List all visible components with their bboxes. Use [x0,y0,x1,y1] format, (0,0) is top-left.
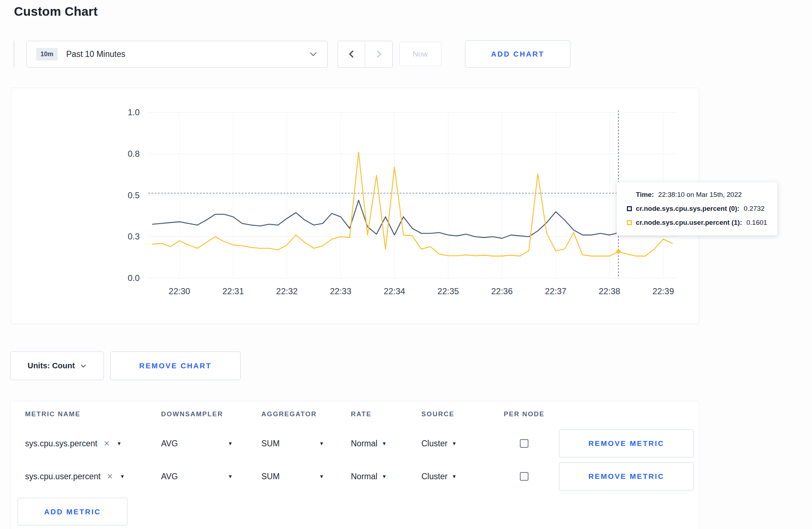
svg-text:22:39: 22:39 [652,286,674,296]
chevron-right-icon [373,49,384,59]
downsampler-value: AVG [161,439,178,448]
svg-text:0.3: 0.3 [128,232,140,241]
tooltip-time-row: Time: 22:38:10 on Mar 15th, 2022 [627,191,767,199]
prev-time-button[interactable] [338,41,365,68]
svg-text:22:34: 22:34 [384,286,405,296]
custom-chart-page: Custom Chart 10m Past 10 Minutes Now AD [0,4,812,529]
source-value: Cluster [421,439,448,448]
chevron-left-icon [346,49,357,59]
column-header-per-node: PER NODE [489,410,559,418]
time-pager [338,41,393,68]
line-chart[interactable]: 0.00.30.50.81.022:3022:3122:3222:3322:34… [11,88,699,324]
next-time-button[interactable] [365,41,393,68]
per-node-checkbox[interactable] [520,472,528,481]
svg-text:22:35: 22:35 [438,286,459,296]
source-dropdown[interactable]: Cluster▼ [421,472,457,481]
column-header-source: SOURCE [421,410,489,418]
time-window-badge: 10m [36,48,58,60]
metric-row: sys.cpu.sys.percent×▼AVG▼SUM▼Normal▼Clus… [11,427,699,460]
svg-text:0.5: 0.5 [128,190,140,200]
aggregator-dropdown[interactable]: SUM▼ [261,439,324,448]
tooltip-series-value: 0.2732 [744,205,764,213]
column-header-aggregator: AGGREGATOR [261,410,351,418]
units-dropdown[interactable]: Units: Count [10,351,104,380]
column-header-metric-name: METRIC NAME [25,410,161,418]
chart-card: 0.00.30.50.81.022:3022:3122:3222:3322:34… [11,88,699,324]
caret-down-icon: ▼ [319,474,324,479]
swatch-spacer [627,192,632,197]
svg-text:0.0: 0.0 [128,273,140,283]
metrics-table: METRIC NAMEDOWNSAMPLERAGGREGATORRATESOUR… [10,401,699,529]
remove-chart-button[interactable]: REMOVE CHART [110,351,241,380]
tooltip-series-row: cr.node.sys.cpu.user.percent (1):0.1601 [627,219,767,227]
tooltip-time-value: 22:38:10 on Mar 15th, 2022 [658,191,741,199]
rate-value: Normal [351,439,377,448]
time-window-label: Past 10 Minutes [66,49,125,59]
metric-name-label: sys.cpu.sys.percent [25,439,97,448]
source-value: Cluster [421,472,448,481]
svg-text:22:36: 22:36 [491,286,513,296]
metric-row: sys.cpu.user.percent×▼AVG▼SUM▼Normal▼Clu… [11,460,699,493]
now-button[interactable]: Now [399,42,441,66]
caret-down-icon: ▼ [120,474,125,479]
metric-name-dropdown[interactable]: sys.cpu.user.percent×▼ [25,472,125,481]
metric-name-label: sys.cpu.user.percent [25,472,101,481]
caret-down-icon: ▼ [228,441,233,446]
rate-dropdown[interactable]: Normal▼ [351,439,387,448]
metric-name-dropdown[interactable]: sys.cpu.sys.percent×▼ [25,439,122,448]
downsampler-value: AVG [161,472,178,481]
chevron-down-icon [309,49,318,59]
tooltip-series-value: 0.1601 [746,219,767,227]
series-swatch-icon [627,220,632,225]
downsampler-dropdown[interactable]: AVG▼ [161,439,233,448]
rate-value: Normal [351,472,377,481]
aggregator-value: SUM [261,472,280,481]
tooltip-series-row: cr.node.sys.cpu.sys.percent (0):0.2732 [627,205,767,213]
units-label: Units: Count [28,361,75,370]
svg-text:22:37: 22:37 [545,286,566,296]
rate-dropdown[interactable]: Normal▼ [351,472,387,481]
caret-down-icon: ▼ [382,441,387,446]
caret-down-icon: ▼ [382,474,387,479]
svg-text:22:38: 22:38 [599,286,620,296]
time-window-dropdown[interactable]: 10m Past 10 Minutes [26,41,328,68]
svg-text:22:32: 22:32 [276,286,298,296]
clear-metric-icon[interactable]: × [104,439,110,448]
series-swatch-icon [627,206,632,211]
remove-metric-button[interactable]: REMOVE METRIC [559,462,694,490]
per-node-checkbox[interactable] [520,439,528,448]
svg-text:22:31: 22:31 [222,286,244,296]
page-title: Custom Chart [14,4,812,19]
column-header-downsampler: DOWNSAMPLER [161,410,261,418]
aggregator-value: SUM [261,439,280,448]
chevron-down-icon [80,363,87,369]
add-metric-button[interactable]: ADD METRIC [18,498,127,525]
remove-metric-button[interactable]: REMOVE METRIC [559,429,694,457]
tooltip-series-name: cr.node.sys.cpu.sys.percent (0): [636,205,739,213]
aggregator-dropdown[interactable]: SUM▼ [261,472,324,481]
caret-down-icon: ▼ [452,441,457,446]
svg-text:22:33: 22:33 [330,286,352,296]
caret-down-icon: ▼ [117,441,122,446]
units-row: Units: Count REMOVE CHART [10,351,812,380]
svg-text:0.8: 0.8 [128,149,140,159]
caret-down-icon: ▼ [319,441,324,446]
clear-metric-icon[interactable]: × [107,472,113,481]
metrics-table-header: METRIC NAMEDOWNSAMPLERAGGREGATORRATESOUR… [11,401,699,427]
chart-tooltip: Time: 22:38:10 on Mar 15th, 2022 cr.node… [617,182,778,236]
toolbar: 10m Past 10 Minutes Now ADD CHART [14,40,812,68]
add-chart-button[interactable]: ADD CHART [465,40,570,68]
caret-down-icon: ▼ [452,474,457,479]
svg-text:22:30: 22:30 [169,286,190,296]
tooltip-time-label: Time: [636,191,654,199]
toolbar-divider [14,41,14,67]
source-dropdown[interactable]: Cluster▼ [421,439,457,448]
caret-down-icon: ▼ [228,474,233,479]
svg-text:1.0: 1.0 [128,107,140,117]
tooltip-series-name: cr.node.sys.cpu.user.percent (1): [636,219,742,227]
column-header-rate: RATE [351,410,421,418]
downsampler-dropdown[interactable]: AVG▼ [161,472,233,481]
